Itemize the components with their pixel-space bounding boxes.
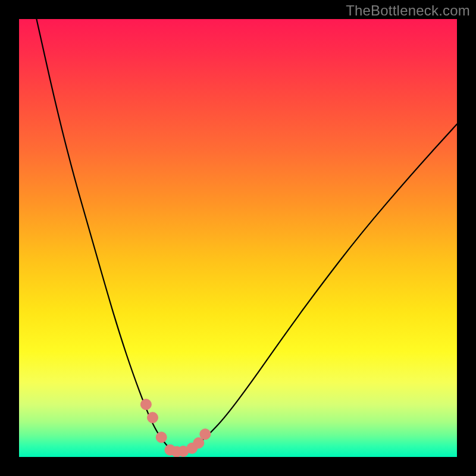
marker-point: [156, 432, 167, 443]
watermark-text: TheBottleneck.com: [346, 2, 470, 19]
marker-point: [193, 437, 204, 448]
bottleneck-curve: [36, 19, 457, 452]
curve-layer: [19, 19, 457, 457]
marker-point: [200, 429, 211, 440]
marker-point: [148, 412, 158, 423]
plot-area: [19, 19, 457, 457]
chart-frame: TheBottleneck.com: [0, 0, 476, 476]
marker-group: [140, 399, 210, 457]
marker-point: [140, 399, 151, 410]
